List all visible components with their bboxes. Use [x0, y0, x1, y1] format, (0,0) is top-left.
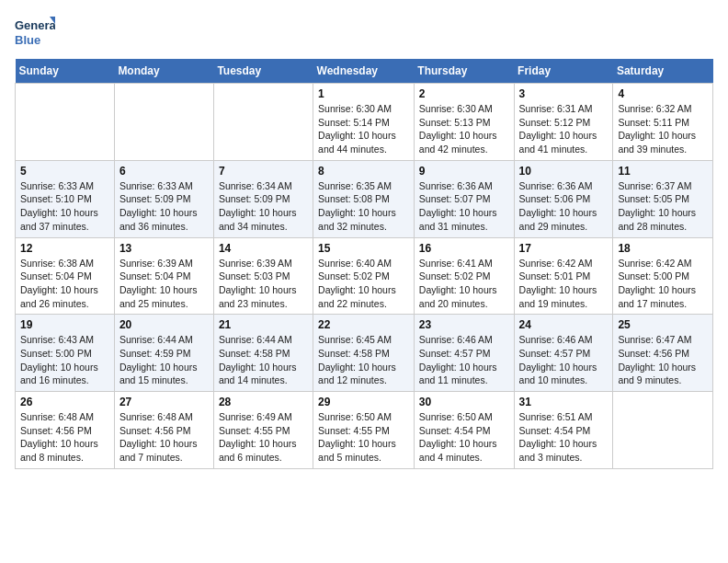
cell-content: Sunrise: 6:48 AM	[20, 410, 109, 424]
logo: General Blue	[15, 15, 55, 52]
calendar-cell	[213, 84, 313, 161]
cell-content: Sunset: 5:01 PM	[519, 270, 609, 283]
day-number: 21	[219, 318, 308, 331]
day-number: 4	[618, 87, 708, 100]
calendar-cell: 5Sunrise: 6:33 AMSunset: 5:10 PMDaylight…	[16, 160, 115, 237]
calendar-cell: 8Sunrise: 6:35 AMSunset: 5:08 PMDaylight…	[313, 160, 415, 237]
cell-content: Sunset: 5:07 PM	[419, 192, 509, 206]
cell-content: Sunrise: 6:40 AM	[318, 257, 409, 270]
cell-content: Sunrise: 6:42 AM	[618, 257, 708, 270]
cell-content: Sunrise: 6:37 AM	[618, 179, 708, 193]
day-number: 23	[419, 318, 509, 331]
cell-content: Sunrise: 6:49 AM	[219, 410, 308, 424]
calendar-cell: 30Sunrise: 6:50 AMSunset: 4:54 PMDayligh…	[414, 392, 514, 469]
cell-content: Sunrise: 6:46 AM	[519, 333, 609, 347]
calendar-cell: 4Sunrise: 6:32 AMSunset: 5:11 PMDaylight…	[613, 84, 713, 161]
cell-content: Daylight: 10 hours and 25 minutes.	[119, 283, 209, 310]
cell-content: Sunrise: 6:38 AM	[20, 257, 109, 270]
day-number: 15	[318, 242, 409, 255]
cell-content: Daylight: 10 hours and 26 minutes.	[20, 283, 109, 310]
cell-content: Sunset: 5:09 PM	[119, 192, 209, 206]
day-number: 13	[119, 242, 209, 255]
cell-content: Sunset: 5:00 PM	[20, 347, 109, 361]
day-number: 1	[318, 87, 409, 100]
cell-content: Sunrise: 6:47 AM	[618, 333, 708, 347]
cell-content: Daylight: 10 hours and 14 minutes.	[219, 361, 308, 387]
day-number: 16	[419, 242, 509, 255]
calendar-cell: 13Sunrise: 6:39 AMSunset: 5:04 PMDayligh…	[114, 237, 213, 315]
day-number: 25	[618, 318, 708, 331]
cell-content: Sunset: 4:57 PM	[419, 347, 509, 361]
cell-content: Daylight: 10 hours and 5 minutes.	[318, 437, 409, 464]
cell-content: Sunset: 4:55 PM	[219, 424, 308, 438]
cell-content: Sunrise: 6:48 AM	[119, 410, 209, 424]
cell-content: Sunset: 4:58 PM	[318, 347, 409, 361]
cell-content: Daylight: 10 hours and 19 minutes.	[519, 283, 609, 310]
cell-content: Sunset: 5:09 PM	[219, 192, 308, 206]
day-number: 28	[219, 396, 308, 408]
cell-content: Daylight: 10 hours and 20 minutes.	[419, 283, 509, 310]
cell-content: Daylight: 10 hours and 7 minutes.	[119, 437, 209, 464]
header-row: SundayMondayTuesdayWednesdayThursdayFrid…	[16, 59, 713, 84]
cell-content: Sunrise: 6:46 AM	[419, 333, 509, 347]
cell-content: Daylight: 10 hours and 6 minutes.	[219, 437, 308, 464]
cell-content: Daylight: 10 hours and 36 minutes.	[119, 206, 209, 233]
day-number: 14	[219, 242, 308, 255]
cell-content: Sunset: 4:59 PM	[119, 347, 209, 361]
day-number: 12	[20, 242, 109, 255]
cell-content: Sunset: 5:11 PM	[618, 116, 708, 130]
calendar-cell: 10Sunrise: 6:36 AMSunset: 5:06 PMDayligh…	[514, 160, 613, 237]
cell-content: Sunrise: 6:36 AM	[519, 179, 609, 193]
cell-content: Daylight: 10 hours and 9 minutes.	[618, 361, 708, 387]
calendar-cell	[114, 84, 213, 161]
cell-content: Sunset: 4:57 PM	[519, 347, 609, 361]
calendar-table: SundayMondayTuesdayWednesdayThursdayFrid…	[15, 59, 713, 469]
day-number: 10	[519, 165, 609, 178]
cell-content: Sunset: 4:55 PM	[318, 424, 409, 438]
calendar-cell: 19Sunrise: 6:43 AMSunset: 5:00 PMDayligh…	[16, 315, 115, 392]
cell-content: Daylight: 10 hours and 42 minutes.	[419, 129, 509, 155]
calendar-cell: 14Sunrise: 6:39 AMSunset: 5:03 PMDayligh…	[213, 237, 313, 315]
header-cell-saturday: Saturday	[613, 59, 713, 84]
day-number: 8	[318, 165, 409, 178]
calendar-cell: 12Sunrise: 6:38 AMSunset: 5:04 PMDayligh…	[16, 237, 115, 315]
cell-content: Sunset: 4:54 PM	[519, 424, 609, 438]
calendar-cell: 18Sunrise: 6:42 AMSunset: 5:00 PMDayligh…	[613, 237, 713, 315]
day-number: 24	[519, 318, 609, 331]
calendar-cell: 2Sunrise: 6:30 AMSunset: 5:13 PMDaylight…	[414, 84, 514, 161]
calendar-cell: 24Sunrise: 6:46 AMSunset: 4:57 PMDayligh…	[514, 315, 613, 392]
cell-content: Daylight: 10 hours and 37 minutes.	[20, 206, 109, 233]
cell-content: Daylight: 10 hours and 15 minutes.	[119, 361, 209, 387]
cell-content: Sunset: 5:00 PM	[618, 270, 708, 283]
cell-content: Sunrise: 6:39 AM	[119, 257, 209, 270]
cell-content: Sunrise: 6:33 AM	[119, 179, 209, 193]
calendar-cell: 26Sunrise: 6:48 AMSunset: 4:56 PMDayligh…	[16, 392, 115, 469]
calendar-cell: 16Sunrise: 6:41 AMSunset: 5:02 PMDayligh…	[414, 237, 514, 315]
day-number: 3	[519, 87, 609, 100]
cell-content: Sunrise: 6:45 AM	[318, 333, 409, 347]
cell-content: Sunrise: 6:39 AM	[219, 257, 308, 270]
header-cell-monday: Monday	[114, 59, 213, 84]
week-row-5: 26Sunrise: 6:48 AMSunset: 4:56 PMDayligh…	[16, 392, 713, 469]
calendar-cell	[613, 392, 713, 469]
day-number: 20	[119, 318, 209, 331]
cell-content: Sunset: 4:56 PM	[119, 424, 209, 438]
cell-content: Sunset: 4:58 PM	[219, 347, 308, 361]
calendar-cell: 7Sunrise: 6:34 AMSunset: 5:09 PMDaylight…	[213, 160, 313, 237]
day-number: 9	[419, 165, 509, 178]
week-row-3: 12Sunrise: 6:38 AMSunset: 5:04 PMDayligh…	[16, 237, 713, 315]
calendar-cell: 20Sunrise: 6:44 AMSunset: 4:59 PMDayligh…	[114, 315, 213, 392]
day-number: 18	[618, 242, 708, 255]
cell-content: Sunrise: 6:34 AM	[219, 179, 308, 193]
cell-content: Sunset: 5:03 PM	[219, 270, 308, 283]
week-row-2: 5Sunrise: 6:33 AMSunset: 5:10 PMDaylight…	[16, 160, 713, 237]
calendar-cell: 1Sunrise: 6:30 AMSunset: 5:14 PMDaylight…	[313, 84, 415, 161]
cell-content: Daylight: 10 hours and 31 minutes.	[419, 206, 509, 233]
header-cell-sunday: Sunday	[16, 59, 115, 84]
calendar-cell	[16, 84, 115, 161]
calendar-cell: 3Sunrise: 6:31 AMSunset: 5:12 PMDaylight…	[514, 84, 613, 161]
calendar-cell: 23Sunrise: 6:46 AMSunset: 4:57 PMDayligh…	[414, 315, 514, 392]
cell-content: Sunrise: 6:32 AM	[618, 102, 708, 116]
cell-content: Sunrise: 6:44 AM	[219, 333, 308, 347]
day-number: 11	[618, 165, 708, 178]
